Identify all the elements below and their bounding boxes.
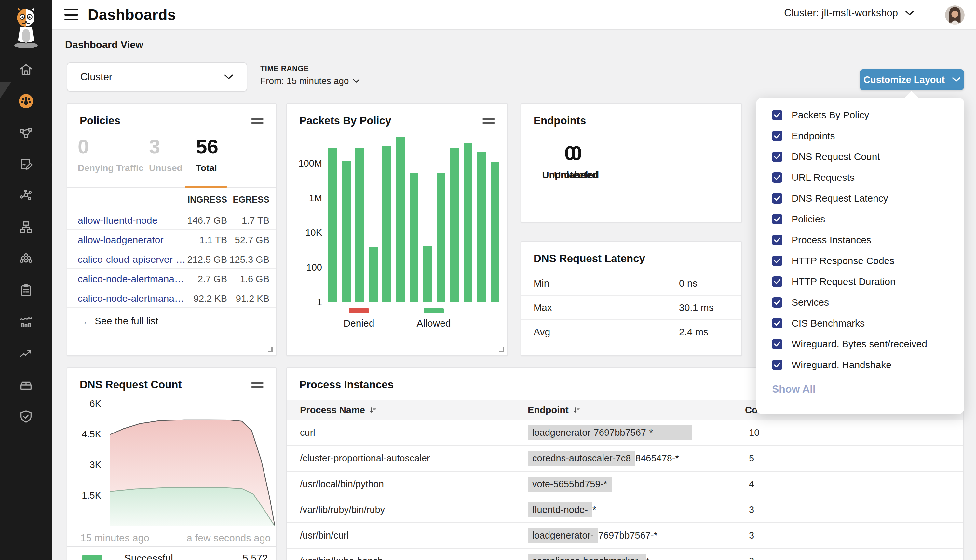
menu-checkbox-item[interactable]: Packets By Policy (756, 105, 964, 125)
policy-name-link[interactable]: allow-fluentd-node (78, 215, 157, 226)
y-tick-label: 1.5K (82, 490, 101, 501)
latency-metric-value: 2.4 ms (679, 327, 708, 338)
checkbox-checked-icon[interactable] (772, 152, 782, 162)
menu-checkbox-item[interactable]: HTTP Request Duration (756, 271, 964, 292)
checkbox-checked-icon[interactable] (772, 172, 782, 183)
process-row[interactable]: /var/lib/ruby/bin/ruby fluentd-node-* 3 (287, 497, 963, 523)
avatar-photo (945, 5, 964, 25)
process-row[interactable]: /usr/bin/kube-bench compliance-benchmark… (287, 548, 963, 560)
card-resize-handle[interactable] (268, 347, 273, 352)
checkbox-checked-icon[interactable] (772, 214, 782, 224)
menu-checkbox-item[interactable]: Wireguard. Bytes sent/received (756, 334, 964, 355)
sidebar-item-network-sets[interactable] (0, 212, 52, 243)
menu-checkbox-item[interactable]: HTTP Response Codes (756, 250, 964, 271)
sort-icon (572, 407, 581, 414)
process-row[interactable]: /usr/bin/curl loadgenerator-7697bb7567-*… (287, 523, 963, 548)
packets-card-title: Packets By Policy (299, 115, 391, 127)
checkbox-checked-icon[interactable] (772, 339, 782, 349)
endpoint-cell: fluentd-node-* (528, 504, 596, 515)
menu-checkbox-item[interactable]: Policies (756, 209, 964, 230)
policy-ingress-value: 92.2 KB (194, 293, 227, 304)
policy-name-link[interactable]: calico-node-alertmana… (78, 273, 184, 285)
policies-stat[interactable]: 3 Unused (149, 135, 182, 173)
sidebar-item-image-assurance[interactable] (0, 369, 52, 401)
sort-icon (369, 407, 377, 414)
checkbox-checked-icon[interactable] (772, 110, 782, 120)
checkbox-checked-icon[interactable] (772, 297, 782, 308)
stat-value: 0 (528, 142, 625, 165)
stat-label: Unlabeled (528, 170, 625, 180)
sidebar-item-trends[interactable] (0, 338, 52, 369)
column-label: Endpoint (528, 405, 569, 416)
sidebar-item-policies[interactable] (0, 148, 52, 180)
bar-allowed (477, 152, 486, 303)
home-icon (18, 62, 33, 77)
menu-checkbox-item[interactable]: DNS Request Latency (756, 188, 964, 209)
calico-logo (9, 5, 43, 50)
sidebar-item-threat-defense[interactable] (0, 401, 52, 432)
policy-recommendation-icon (18, 157, 33, 172)
menu-checkbox-item[interactable]: Services (756, 292, 964, 313)
count-cell: 10 (749, 427, 759, 438)
endpoint-column-header[interactable]: Endpoint (528, 405, 581, 416)
policy-egress-value: 1.7 TB (242, 215, 269, 226)
menu-checkbox-item[interactable]: Process Instances (756, 230, 964, 250)
checkbox-checked-icon[interactable] (772, 256, 782, 266)
process-row[interactable]: /usr/local/bin/python vote-5655bd759-* 4 (287, 472, 963, 497)
checkbox-checked-icon[interactable] (772, 235, 782, 245)
process-row[interactable]: /cluster-proportional-autoscaler coredns… (287, 446, 963, 472)
menu-checkbox-item[interactable]: DNS Request Count (756, 146, 964, 167)
cluster-selector[interactable]: Cluster: jlt-msft-workshop (784, 7, 914, 19)
process-name-cell: /usr/bin/kube-bench (300, 556, 383, 560)
sidebar-item-logs[interactable] (0, 306, 52, 338)
bar-allowed (423, 245, 432, 302)
calico-dashboard-app: Dashboards Cluster: jlt-msft-workshop Da… (0, 0, 976, 560)
sidebar-item-nodes[interactable] (0, 180, 52, 212)
packets-legend: Denied Allowed (287, 308, 507, 329)
process-name-cell: /usr/local/bin/python (300, 479, 384, 490)
checkbox-checked-icon[interactable] (772, 277, 782, 287)
customize-layout-button[interactable]: Customize Layout (860, 69, 964, 90)
drag-handle-icon[interactable] (251, 382, 264, 390)
policy-name-link[interactable]: allow-loadgenerator (78, 235, 164, 245)
see-full-list-link[interactable]: → See the full list (67, 308, 276, 334)
hamburger-menu-icon[interactable] (64, 9, 78, 20)
checkbox-checked-icon[interactable] (772, 193, 782, 203)
latency-card-title: DNS Request Latency (534, 252, 645, 265)
sidebar-item-endpoints[interactable] (0, 243, 52, 275)
endpoint-highlight: fluentd-node- (528, 502, 592, 517)
sidebar-item-home[interactable] (0, 54, 52, 85)
stat-value: 0 (78, 135, 143, 158)
user-avatar[interactable] (945, 5, 964, 25)
menu-checkbox-item[interactable]: Wireguard. Handshake (756, 355, 964, 375)
sidebar-item-service-graph[interactable] (0, 117, 52, 148)
dashboard-view-select[interactable]: Cluster (67, 62, 247, 92)
checkbox-checked-icon[interactable] (772, 318, 782, 328)
process-row[interactable]: curl loadgenerator-7697bb7567-* 10 (287, 420, 963, 446)
process-name-column-header[interactable]: Process Name (300, 405, 377, 416)
checkbox-checked-icon[interactable] (772, 360, 782, 370)
y-tick-label: 100M (298, 158, 322, 169)
drag-handle-icon[interactable] (482, 118, 495, 126)
top-header: Dashboards Cluster: jlt-msft-workshop (52, 0, 976, 30)
network-nodes-icon (18, 188, 33, 203)
policies-stat[interactable]: 56 Total (196, 135, 218, 173)
policies-stat[interactable]: 0 Denying Traffic (78, 135, 143, 173)
policy-name-link[interactable]: calico-cloud-apiserver-… (78, 254, 186, 265)
show-all-link[interactable]: Show All (756, 378, 964, 399)
menu-checkbox-item[interactable]: CIS Benchmarks (756, 313, 964, 334)
time-range-value[interactable]: From: 15 minutes ago (260, 76, 360, 86)
dns-request-count-card: DNS Request Count 1.5K3K4.5K6K 15 minute… (67, 367, 277, 560)
policy-name-link[interactable]: calico-node-alertmana… (78, 293, 184, 304)
sidebar-item-compliance[interactable] (0, 275, 52, 306)
endpoint-highlight: coredns-autoscaler-7c8 (528, 451, 636, 466)
checkbox-checked-icon[interactable] (772, 131, 782, 141)
menu-checkbox-item[interactable]: URL Requests (756, 167, 964, 188)
sidebar-item-dashboards[interactable] (0, 85, 52, 117)
endpoint-rest: 7697bb7567-* (598, 530, 657, 540)
menu-checkbox-item[interactable]: Endpoints (756, 125, 964, 146)
card-resize-handle[interactable] (499, 347, 504, 352)
drag-handle-icon[interactable] (251, 118, 264, 126)
dashboard-view-label: Dashboard View (65, 39, 143, 51)
service-graph-icon (18, 125, 33, 140)
